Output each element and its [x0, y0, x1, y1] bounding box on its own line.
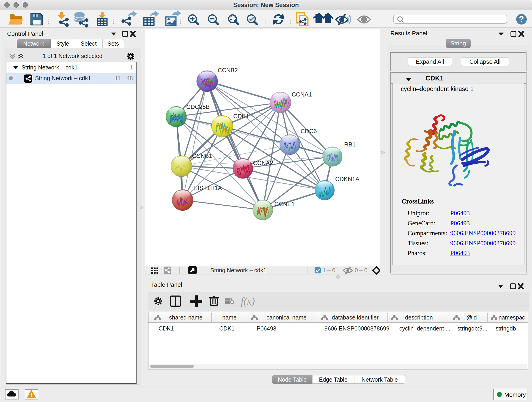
svg-text:shared name: shared name — [169, 314, 203, 321]
svg-text:@id: @id — [467, 314, 477, 321]
svg-text:CCNE1: CCNE1 — [274, 201, 295, 207]
svg-text:CDC25B: CDC25B — [186, 103, 210, 110]
svg-text:RB1: RB1 — [344, 141, 356, 148]
svg-text:0 – 0: 0 – 0 — [355, 267, 367, 274]
svg-text:CCNB1: CCNB1 — [192, 153, 212, 159]
svg-text:description: description — [405, 314, 433, 321]
svg-text:database identifier: database identifier — [332, 314, 379, 321]
svg-text:CDC6: CDC6 — [301, 128, 317, 134]
svg-text:CCNB2: CCNB2 — [218, 67, 238, 74]
svg-text:f(x): f(x) — [241, 296, 255, 307]
svg-text:canonical name: canonical name — [266, 314, 307, 321]
svg-text:1 – 0: 1 – 0 — [323, 267, 336, 274]
svg-text:CDK1: CDK1 — [233, 113, 249, 120]
svg-text:name: name — [222, 314, 237, 321]
svg-text:CDKN1A: CDKN1A — [335, 176, 360, 182]
svg-text:CCNA1: CCNA1 — [292, 91, 312, 98]
svg-text:namespac: namespac — [499, 314, 525, 321]
svg-text:CCNA2: CCNA2 — [253, 160, 273, 166]
svg-text:HIST1H1A: HIST1H1A — [193, 185, 222, 191]
svg-text:String Network – cdk1: String Network – cdk1 — [210, 267, 266, 274]
svg-text:?: ? — [519, 14, 524, 24]
